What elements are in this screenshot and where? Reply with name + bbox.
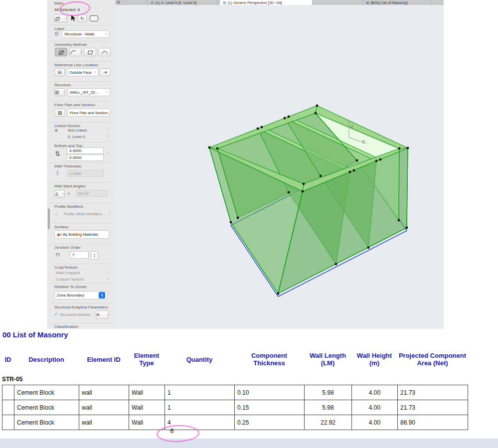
junction-order-stepper[interactable]: ▴ ▾ xyxy=(91,251,98,260)
structure-type-button[interactable]: ▥ › xyxy=(54,88,65,96)
geometry-straight-button[interactable] xyxy=(55,48,67,56)
column-header: Element ID xyxy=(79,356,129,364)
cell-area: 21.73 xyxy=(398,385,468,400)
wall-tool-icon xyxy=(54,16,61,21)
app-window: ⊞ ▤ (1) 0. Level 0 [0. Level 0] ▤ (1) Ge… xyxy=(0,0,498,448)
junction-order-value: 7 xyxy=(72,253,74,257)
structure-label: Structure: xyxy=(54,83,72,87)
column-header: Wall Height (m) xyxy=(351,352,397,367)
divider xyxy=(50,41,112,41)
divider xyxy=(50,122,112,123)
cell-id xyxy=(2,415,14,430)
wall-top-input[interactable]: 4.0000 xyxy=(67,148,104,154)
chevron-right-icon: › xyxy=(79,50,81,54)
chevron-right-icon[interactable]: › xyxy=(107,128,109,132)
cell-description: Cement Block xyxy=(14,385,79,400)
boq-report: 00 List of Masonry ID Description Elemen… xyxy=(0,329,498,448)
selection-arrow-icon[interactable] xyxy=(70,14,76,22)
tab-level0[interactable]: ▤ (1) 0. Level 0 [0. Level 0] xyxy=(147,0,217,5)
structural-member-button[interactable]: ⊞ › xyxy=(96,310,109,319)
column-header: Component Thickness xyxy=(234,352,304,367)
floor-plan-selector[interactable]: Floor Plan and Section... › xyxy=(67,109,110,117)
composite-value: WALL_INT_20... xyxy=(70,90,98,95)
divider xyxy=(50,264,112,264)
window-grid-icon[interactable]: ⊞ xyxy=(117,0,120,5)
table-row: Cement Block wall Wall 1 0.10 5.98 4.00 … xyxy=(2,385,468,400)
composite-selector[interactable]: ∕ WALL_INT_20... › xyxy=(67,88,110,96)
chevron-right-icon[interactable]: › xyxy=(106,151,108,155)
divider xyxy=(50,162,112,163)
straight-wall-icon xyxy=(58,50,65,55)
custom-texture-item[interactable]: Custom Texture xyxy=(56,277,84,282)
flip-arrow-icon: ⇥ xyxy=(103,70,107,75)
linked-stories-value[interactable]: Not Linked xyxy=(68,128,87,133)
slant-angle-value: 90.00° xyxy=(78,191,90,196)
info-box-panel: Main: All Selected: 6 › ↻ Layer: ⊙ Struc… xyxy=(47,0,116,329)
slant-angle-input: 90.00° xyxy=(76,190,108,197)
cell-description: Cement Block xyxy=(14,400,79,415)
boq-table: Cement Block wall Wall 1 0.10 5.98 4.00 … xyxy=(2,385,468,430)
table-row: Cement Block wall Wall 4 0.25 22.92 4.00… xyxy=(2,415,468,430)
reference-line-label: Reference Line Location: xyxy=(54,63,99,67)
divider xyxy=(50,142,112,143)
wall-model: z y xyxy=(115,5,444,329)
linked-stories-label: Linked Stories: xyxy=(54,124,81,128)
main-label: Main: xyxy=(54,1,64,5)
reference-line-selector[interactable]: Outside Face › xyxy=(67,68,98,76)
chevron-right-icon[interactable]: › xyxy=(107,277,109,281)
floor-plan-value: Floor Plan and Section... xyxy=(70,111,110,115)
flip-reference-button[interactable]: ⇥ xyxy=(100,68,111,76)
column-header: Element Type xyxy=(129,352,165,367)
cell-element-id: wall xyxy=(79,385,129,400)
inject-parameters-button[interactable]: ↻ xyxy=(78,14,87,22)
column-header: ID xyxy=(2,356,14,364)
chevron-right-icon[interactable]: › xyxy=(107,271,109,275)
cell-length: 5.98 xyxy=(305,385,352,400)
structural-member-value[interactable]: Structural Member xyxy=(60,312,91,317)
geometry-rectangle-button[interactable] xyxy=(84,48,96,56)
cell-length: 5.98 xyxy=(305,400,352,415)
reference-line-value: Outside Face xyxy=(69,70,92,75)
wall-thickness-value: 0.2000 xyxy=(69,171,81,176)
wall-section-icon: ▥ xyxy=(55,90,59,95)
eye-icon[interactable]: ⊙ xyxy=(54,31,58,36)
reference-line-button[interactable]: ⊟ xyxy=(54,68,65,76)
zone-relation-select[interactable]: Zone Boundary ⇕ xyxy=(54,291,108,299)
junction-order-input[interactable]: 7 xyxy=(70,251,89,259)
geometry-chained-button[interactable]: › xyxy=(69,48,82,56)
sidebar-scrollbar[interactable] xyxy=(48,208,50,229)
column-header: Projected Component Area (Net) xyxy=(397,352,468,367)
crop-texture-label: Crop/Texture: xyxy=(54,265,78,270)
chevron-right-icon: › xyxy=(62,90,65,94)
geometry-curved-button[interactable] xyxy=(98,48,111,56)
slant-alpha-icon: ∕α xyxy=(67,191,70,196)
document-icon: ▤ xyxy=(223,1,226,4)
floor-plan-display-button[interactable]: ▨ xyxy=(54,109,65,117)
column-header: Wall Length (LM) xyxy=(304,352,351,367)
3d-viewport[interactable]: z y xyxy=(115,5,444,329)
table-row: Cement Block wall Wall 1 0.15 5.98 4.00 … xyxy=(2,400,468,415)
chevron-right-icon[interactable]: › xyxy=(107,135,109,139)
home-story-value[interactable]: 0. Level 0 xyxy=(68,135,85,139)
zone-stepper-icon: ⇕ xyxy=(99,292,105,299)
cell-id xyxy=(2,400,14,415)
comment-icon[interactable] xyxy=(90,15,98,21)
tab-label: (1) Generic Perspective [3D / All] xyxy=(228,0,282,5)
tab-boq-list[interactable]: ▦ [BOQ List of Masonry] xyxy=(362,0,431,5)
tab-generic-perspective[interactable]: ▤ (1) Generic Perspective [3D / All] xyxy=(219,0,313,5)
wall-bottom-input[interactable]: 0.0000 xyxy=(67,154,104,161)
axis-z-label: z xyxy=(351,124,353,129)
divider xyxy=(50,303,112,303)
stories-icon: ≡ xyxy=(55,128,58,133)
layer-selector[interactable]: Structural - Walls › xyxy=(62,30,109,38)
wall-cropped-item[interactable]: Wall Cropped xyxy=(56,271,80,275)
wall-tool-button[interactable]: › xyxy=(54,14,67,22)
slant-type-button[interactable]: ∠ › xyxy=(54,190,65,198)
angle-icon: ∠ xyxy=(55,191,59,196)
divider xyxy=(50,61,112,62)
wall-thickness-label: Wall Thickness: xyxy=(54,164,82,168)
cell-element-type: Wall xyxy=(129,385,165,400)
surface-selector[interactable]: ▣ ▾ By Building Materials xyxy=(54,230,109,239)
structural-params-label: Structural Analytical Parameters: xyxy=(54,305,109,309)
divider xyxy=(50,244,112,244)
